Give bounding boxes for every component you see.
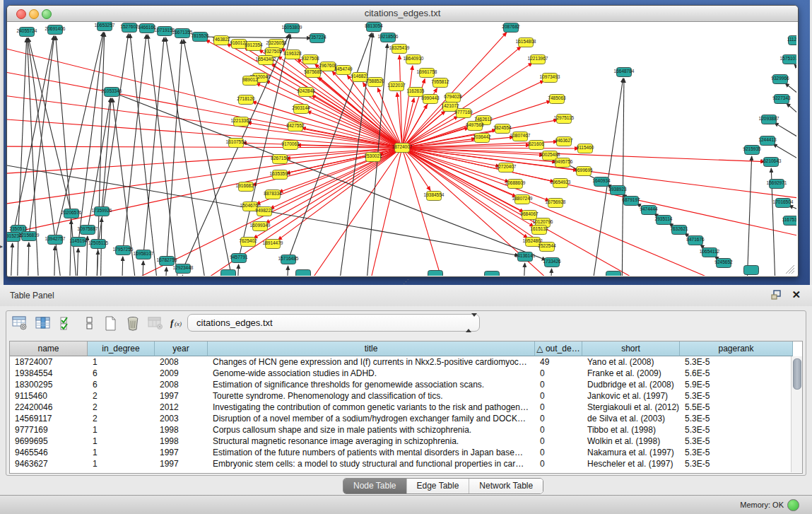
- graph-node[interactable]: 15751074: [780, 55, 796, 64]
- graph-node[interactable]: 8196328: [283, 50, 302, 59]
- graph-node[interactable]: 7632621: [670, 226, 688, 235]
- graph-node[interactable]: 16210643: [761, 158, 782, 167]
- graph-node[interactable]: 16154808: [516, 38, 536, 47]
- select-rows-button[interactable]: [57, 315, 76, 334]
- graph-node[interactable]: 17359926: [92, 207, 112, 216]
- graph-node[interactable]: 20206576: [61, 209, 82, 218]
- close-panel-icon[interactable]: ✕: [792, 289, 801, 300]
- column-header-in_degree[interactable]: in_degree: [88, 341, 155, 356]
- delete-button[interactable]: [124, 315, 142, 334]
- tab-edge-table[interactable]: Edge Table: [407, 479, 470, 493]
- show-columns-button[interactable]: [34, 315, 52, 334]
- graph-node[interactable]: 8878334: [264, 190, 282, 199]
- graph-node[interactable]: 14136141: [515, 252, 536, 262]
- canvas-resize-grip[interactable]: [783, 264, 794, 274]
- graph-node[interactable]: 12093887: [759, 115, 779, 124]
- column-header-short[interactable]: short: [582, 341, 680, 356]
- graph-node[interactable]: 7815526: [191, 33, 209, 42]
- graph-node[interactable]: 621606: [529, 141, 544, 150]
- graph-node[interactable]: 1322037: [387, 82, 406, 91]
- citation-network-graph[interactable]: 2405572420691406106532571527602846616010…: [7, 22, 796, 276]
- table-row[interactable]: 911546021997Tourette syndrome. Phenomeno…: [10, 390, 802, 402]
- graph-node[interactable]: 16053809: [282, 24, 302, 33]
- graph-node[interactable]: 1733426: [543, 258, 561, 267]
- graph-node[interactable]: 2718120: [237, 95, 255, 105]
- tab-network-table[interactable]: Network Table: [469, 479, 543, 493]
- graph-node[interactable]: 10807467: [510, 132, 531, 141]
- graph-node[interactable]: 16782753: [157, 257, 177, 266]
- table-row[interactable]: 1456911722003Disruption of a novel membe…: [10, 413, 802, 424]
- graph-node[interactable]: 30975887: [78, 226, 98, 235]
- window-titlebar[interactable]: citations_edges.txt: [7, 6, 798, 22]
- graph-node[interactable]: 7625402: [239, 238, 257, 247]
- graph-node[interactable]: 9329966: [771, 75, 789, 84]
- graph-node[interactable]: 10654112: [700, 248, 720, 257]
- graph-node[interactable]: 18724007: [392, 144, 413, 153]
- graph-node[interactable]: 8938923: [608, 186, 627, 195]
- graph-node[interactable]: 7588520: [366, 78, 384, 87]
- graph-node[interactable]: 15716485: [278, 255, 299, 264]
- graph-node[interactable]: [744, 266, 759, 275]
- graph-node[interactable]: 9115460: [577, 144, 594, 153]
- table-row[interactable]: 946554611997Estimation of the future num…: [10, 447, 802, 458]
- graph-node[interactable]: 2087682: [502, 23, 520, 33]
- graph-node[interactable]: 10688609: [505, 180, 526, 189]
- graph-node[interactable]: 12975115: [554, 115, 575, 124]
- scrollbar-thumb[interactable]: [793, 358, 801, 390]
- graph-node[interactable]: 2522544: [538, 243, 556, 252]
- graph-node[interactable]: 1167533: [782, 216, 796, 226]
- graph-node[interactable]: 1145194: [70, 238, 88, 247]
- table-row[interactable]: 969969511998Structural magnetic resonanc…: [10, 436, 802, 447]
- graph-node[interactable]: 8471676: [686, 236, 705, 245]
- graph-node[interactable]: 9215935: [743, 146, 761, 155]
- graph-node[interactable]: 8454749: [334, 66, 353, 75]
- table-vertical-scrollbar[interactable]: [791, 356, 802, 472]
- graph-node[interactable]: 9684067: [520, 211, 539, 220]
- graph-node[interactable]: 7357224: [308, 34, 326, 43]
- graph-node[interactable]: [296, 270, 311, 276]
- graph-node[interactable]: 1112304: [787, 36, 796, 45]
- network-canvas[interactable]: 2405572420691406106532571527602846616010…: [7, 22, 796, 276]
- graph-node[interactable]: 12213363: [231, 117, 252, 127]
- graph-node[interactable]: [485, 271, 500, 276]
- graph-node[interactable]: 6879197: [622, 197, 640, 206]
- table-row[interactable]: 946362711997Embryonic stem cells: a mode…: [10, 458, 802, 469]
- row-height-button[interactable]: [81, 315, 99, 334]
- table-row[interactable]: 1830029562008Estimation of significance …: [10, 379, 802, 390]
- graph-node[interactable]: 7463822: [212, 36, 230, 45]
- column-header-name[interactable]: name: [10, 341, 88, 356]
- graph-node[interactable]: 17016504: [773, 199, 794, 208]
- graph-node[interactable]: 8990443: [421, 95, 440, 104]
- graph-node[interactable]: 8912354: [245, 42, 263, 51]
- graph-node[interactable]: 1244413: [758, 136, 777, 146]
- graph-node[interactable]: 19384554: [424, 192, 445, 201]
- graph-node[interactable]: 15692971: [767, 180, 787, 189]
- graph-node[interactable]: 2530021: [364, 153, 382, 162]
- graph-node[interactable]: 19218506: [378, 33, 399, 42]
- tab-node-table[interactable]: Node Table: [343, 479, 407, 493]
- column-header-year[interactable]: year: [155, 341, 208, 356]
- graph-node[interactable]: 18325419: [389, 45, 410, 54]
- new-document-button[interactable]: [101, 315, 119, 334]
- graph-node[interactable]: 2036442: [473, 134, 491, 143]
- graph-node[interactable]: 8813054: [365, 23, 383, 32]
- graph-node[interactable]: 12923448: [173, 264, 194, 274]
- graph-node[interactable]: 9327508: [301, 55, 319, 64]
- graph-node[interactable]: 9457791: [230, 254, 248, 263]
- graph-node[interactable]: 18914479: [263, 240, 283, 249]
- graph-node[interactable]: 20691406: [45, 25, 66, 35]
- graph-node[interactable]: 23226058: [266, 40, 287, 49]
- float-panel-icon[interactable]: [771, 290, 782, 300]
- graph-node[interactable]: 5875685: [304, 69, 322, 78]
- graph-node[interactable]: 16756928: [546, 199, 566, 208]
- table-settings-button[interactable]: [11, 315, 29, 334]
- graph-node[interactable]: 16961758: [417, 69, 437, 78]
- graph-node[interactable]: 8267150: [271, 155, 289, 164]
- graph-node[interactable]: [221, 270, 236, 276]
- graph-node[interactable]: 989012: [242, 76, 258, 86]
- graph-node[interactable]: 16099349: [250, 222, 271, 231]
- graph-node[interactable]: 12720407: [496, 163, 517, 173]
- column-header-pagerank[interactable]: pagerank: [680, 341, 793, 356]
- graph-node[interactable]: 7955812: [431, 78, 449, 88]
- graph-node[interactable]: [428, 271, 443, 276]
